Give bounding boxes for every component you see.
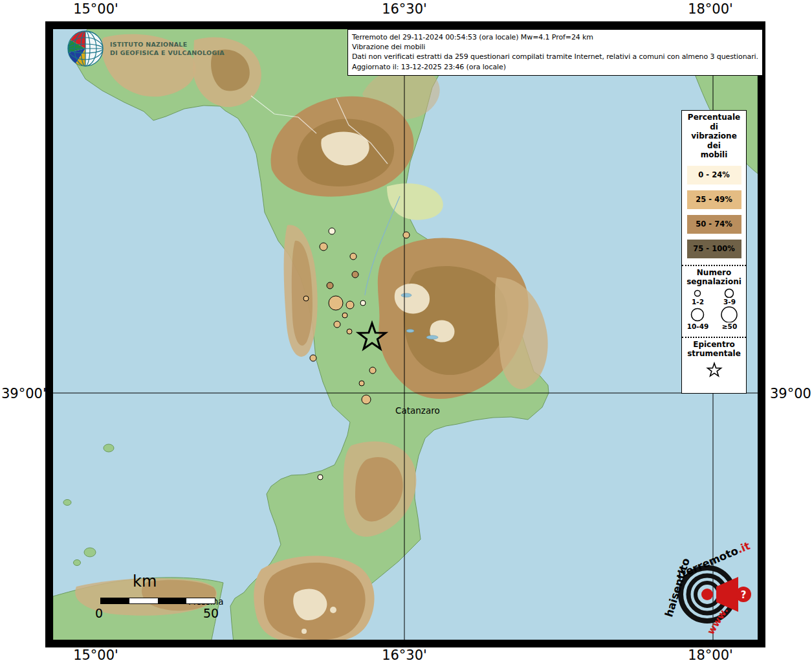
scale-end-label: 50 xyxy=(203,606,219,620)
title-box: Terremoto del 29-11-2024 00:54:53 (ora l… xyxy=(347,29,763,76)
ingv-logo-text: ISTITUTO NAZIONALE DI GEOFISICA E VULCAN… xyxy=(110,40,225,57)
report-marker xyxy=(310,355,316,361)
report-marker xyxy=(347,329,352,334)
title-line-1: Terremoto del 29-11-2024 00:54:53 (ora l… xyxy=(352,32,758,42)
city-label-catanzaro: Catanzaro xyxy=(395,405,440,416)
legend-epicenter-title: Epicentro strumentale xyxy=(682,340,746,358)
signal-size-3-9: 3-9 xyxy=(714,287,745,306)
report-marker xyxy=(360,300,366,306)
signal-size-10-49: 10-49 xyxy=(682,306,714,330)
report-marker xyxy=(350,253,357,260)
signal-circle-xlarge-icon xyxy=(714,306,745,322)
legend-title: Percentuale di vibrazione dei mobili xyxy=(682,113,746,160)
report-marker xyxy=(369,367,376,374)
report-marker xyxy=(334,321,340,328)
lon-label-top-1630: 16°30' xyxy=(362,1,446,17)
report-marker xyxy=(346,301,354,309)
scale-start-label: 0 xyxy=(95,606,103,620)
signal-size-50plus: ≥50 xyxy=(714,306,745,330)
lat-label-right: 39°00' xyxy=(770,386,812,401)
legend-swatch-50-74: 50 - 74% xyxy=(687,215,741,234)
lon-label-bottom-15: 15°00' xyxy=(54,647,138,663)
report-marker xyxy=(318,475,323,480)
map-page: 15°00' 16°30' 18°00' 15°00' 16°30' 18°00… xyxy=(0,0,812,663)
signal-circle-large-icon xyxy=(682,306,714,322)
report-marker xyxy=(352,271,358,278)
ingv-globe-logo xyxy=(65,29,106,69)
epicenter-star-icon xyxy=(701,361,727,379)
logo-question-mark: ? xyxy=(741,589,747,601)
legend: Percentuale di vibrazione dei mobili 0 -… xyxy=(681,110,747,394)
scale-bar xyxy=(100,598,215,604)
lon-label-bottom-1630: 16°30' xyxy=(362,647,446,663)
report-marker xyxy=(403,232,410,238)
report-marker xyxy=(320,243,327,251)
legend-swatch-0-24: 0 - 24% xyxy=(687,166,741,185)
legend-divider xyxy=(682,265,746,266)
legend-swatch-25-49: 25 - 49% xyxy=(687,190,741,209)
report-marker xyxy=(329,296,343,310)
signal-size-1-2: 1-2 xyxy=(682,287,714,306)
report-marker xyxy=(362,395,371,404)
report-marker xyxy=(329,228,335,234)
legend-swatch-75-100: 75 - 100% xyxy=(687,240,741,258)
lat-label-left: 39°00' xyxy=(1,386,41,401)
title-line-4: Aggiornato il: 13-12-2025 23:46 (ora loc… xyxy=(352,62,758,72)
lon-label-bottom-18: 18°00' xyxy=(668,647,752,663)
legend-signals-title: Numero segnalazioni xyxy=(682,268,746,286)
signal-circle-medium-icon xyxy=(714,287,745,298)
signal-circle-small-icon xyxy=(682,287,714,298)
title-line-2: Vibrazione dei mobili xyxy=(352,42,758,52)
lon-label-top-15: 15°00' xyxy=(54,1,138,17)
legend-signal-sizes: 1-2 3-9 10-49 ≥50 xyxy=(682,287,746,330)
report-marker xyxy=(342,313,347,318)
title-line-3: Dati non verificati estratti da 259 ques… xyxy=(352,52,758,62)
scale-unit-label: km xyxy=(133,572,157,590)
lon-label-top-18: 18°00' xyxy=(668,1,752,17)
report-marker xyxy=(303,296,309,301)
report-marker xyxy=(327,282,333,289)
report-marker xyxy=(359,381,364,386)
logo-red-center xyxy=(701,589,713,600)
legend-divider xyxy=(682,337,746,338)
